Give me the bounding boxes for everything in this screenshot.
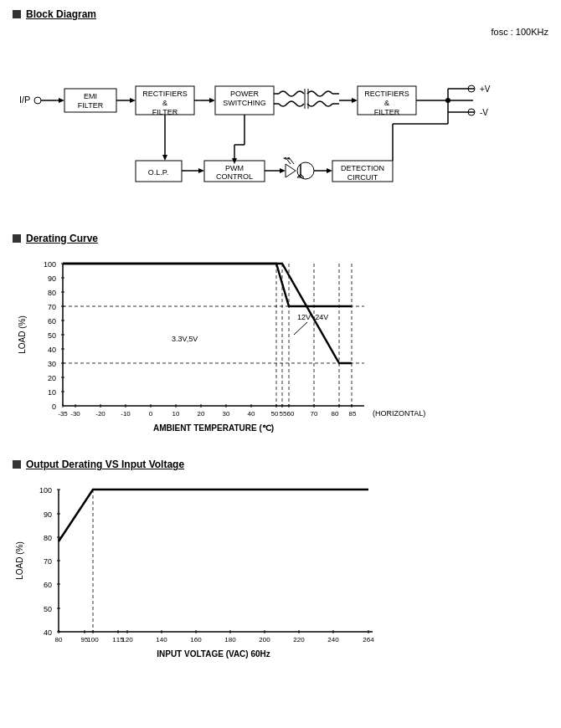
title-box-icon-3: [13, 460, 21, 469]
svg-text:50: 50: [271, 410, 279, 418]
svg-text:PWM: PWM: [225, 164, 244, 172]
svg-text:70: 70: [44, 557, 52, 566]
svg-text:LOAD (%): LOAD (%): [15, 541, 24, 580]
svg-text:40: 40: [48, 346, 56, 354]
svg-text:INPUT VOLTAGE (VAC) 60Hz: INPUT VOLTAGE (VAC) 60Hz: [157, 649, 270, 659]
svg-marker-45: [198, 168, 204, 173]
svg-text:-35: -35: [58, 410, 68, 418]
svg-text:0: 0: [52, 402, 56, 411]
svg-text:100: 100: [87, 636, 99, 643]
svg-text:20: 20: [48, 374, 56, 382]
svg-text:FILTER: FILTER: [374, 108, 400, 116]
svg-text:80: 80: [48, 289, 56, 297]
svg-text:-V: -V: [480, 108, 488, 117]
output-derating-section: Output Derating VS Input Voltage 40 50 6…: [13, 459, 548, 669]
svg-text:160: 160: [190, 636, 202, 643]
svg-text:50: 50: [48, 331, 56, 340]
svg-text:&: &: [162, 99, 167, 107]
svg-text:EMI: EMI: [84, 92, 97, 100]
output-derating-label: Output Derating VS Input Voltage: [26, 459, 184, 470]
svg-text:(HORIZONTAL): (HORIZONTAL): [373, 409, 425, 418]
svg-text:40: 40: [248, 410, 255, 418]
svg-text:O.L.P.: O.L.P.: [148, 168, 168, 177]
svg-marker-25: [352, 98, 358, 103]
svg-text:30: 30: [223, 410, 230, 418]
svg-text:FILTER: FILTER: [78, 101, 104, 110]
block-diagram-svg: I/P EMI FILTER RECTIFIERS & FILTER POWER: [13, 40, 548, 216]
svg-text:70: 70: [48, 303, 56, 311]
block-diagram-section: Block Diagram fosc : 100KHz I/P EMI FILT…: [13, 8, 548, 218]
svg-text:10: 10: [48, 388, 56, 397]
svg-text:I/P: I/P: [19, 95, 30, 105]
svg-text:AMBIENT TEMPERATURE (℃): AMBIENT TEMPERATURE (℃): [153, 423, 274, 433]
svg-text:POWER: POWER: [230, 90, 260, 98]
svg-line-137: [294, 322, 307, 335]
svg-text:+V: +V: [480, 85, 491, 94]
svg-marker-3: [59, 98, 64, 103]
svg-text:60: 60: [48, 317, 56, 326]
svg-text:50: 50: [44, 605, 52, 613]
svg-marker-8: [130, 98, 136, 103]
svg-text:CIRCUIT: CIRCUIT: [347, 173, 378, 182]
svg-text:30: 30: [48, 360, 56, 368]
svg-text:180: 180: [224, 636, 236, 643]
svg-text:-10: -10: [121, 410, 131, 418]
svg-text:12V~24V: 12V~24V: [297, 313, 328, 321]
svg-marker-14: [209, 98, 215, 103]
derating-curve-section: Derating Curve 0 10 20 30 40 50 60 70: [13, 233, 548, 443]
output-derating-svg: 40 50 60 70 80 90 100 LOAD (%) 80 95 100: [13, 477, 532, 669]
svg-text:220: 220: [293, 636, 305, 643]
derating-label: Derating Curve: [26, 233, 98, 244]
svg-text:100: 100: [39, 486, 52, 495]
svg-text:CONTROL: CONTROL: [216, 172, 253, 181]
svg-text:60: 60: [44, 581, 52, 589]
svg-text:LOAD (%): LOAD (%): [18, 315, 27, 354]
svg-text:100: 100: [44, 260, 56, 269]
derating-title: Derating Curve: [13, 233, 548, 244]
svg-text:200: 200: [259, 636, 270, 643]
svg-text:-20: -20: [95, 410, 106, 418]
svg-text:240: 240: [327, 636, 339, 643]
svg-text:0: 0: [149, 410, 153, 418]
svg-text:DETECTION: DETECTION: [341, 164, 384, 172]
svg-point-1: [34, 97, 41, 104]
output-derating-title: Output Derating VS Input Voltage: [13, 459, 548, 470]
svg-marker-41: [162, 155, 167, 161]
svg-text:60: 60: [287, 410, 295, 418]
svg-text:20: 20: [198, 410, 205, 418]
svg-text:3.3V,5V: 3.3V,5V: [172, 335, 198, 343]
block-diagram-label: Block Diagram: [26, 8, 96, 20]
fosc-label: fosc : 100KHz: [13, 27, 548, 37]
svg-text:70: 70: [311, 410, 318, 418]
svg-text:SWITCHING: SWITCHING: [223, 99, 266, 107]
svg-text:140: 140: [156, 636, 167, 643]
svg-text:90: 90: [48, 274, 56, 283]
svg-text:264: 264: [363, 636, 374, 643]
svg-marker-50: [280, 168, 286, 173]
svg-marker-51: [286, 164, 296, 177]
svg-text:10: 10: [172, 410, 180, 418]
svg-marker-60: [327, 168, 332, 173]
svg-point-56: [297, 162, 314, 179]
svg-text:90: 90: [44, 510, 52, 519]
svg-text:80: 80: [332, 410, 339, 418]
block-diagram-title: Block Diagram: [13, 8, 548, 20]
svg-text:&: &: [384, 99, 389, 107]
title-box-icon-2: [13, 234, 21, 243]
page: Block Diagram fosc : 100KHz I/P EMI FILT…: [0, 0, 561, 686]
svg-text:85: 85: [349, 410, 357, 418]
svg-text:RECTIFIERS: RECTIFIERS: [364, 90, 409, 98]
svg-text:80: 80: [55, 636, 63, 643]
svg-text:40: 40: [44, 628, 52, 637]
svg-text:120: 120: [121, 636, 133, 643]
title-box-icon: [13, 10, 21, 18]
derating-curve-svg: 0 10 20 30 40 50 60 70 80 90 100 LOAD (%…: [13, 251, 532, 443]
svg-text:RECTIFIERS: RECTIFIERS: [142, 90, 188, 98]
svg-text:80: 80: [44, 534, 52, 542]
svg-text:-30: -30: [70, 410, 80, 418]
